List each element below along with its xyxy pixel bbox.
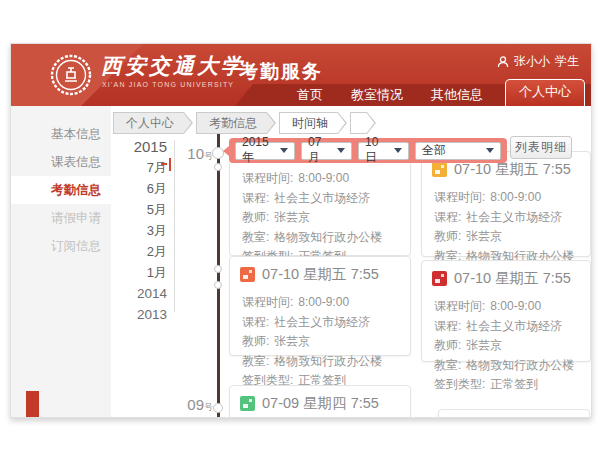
- nav-other-info[interactable]: 其他信息: [417, 84, 497, 106]
- axis-month-6[interactable]: 6月: [115, 178, 167, 199]
- attendance-card: 课程时间:8:00-9:00 课程:社会主义市场经济 教师:张芸京 教室:格物致…: [229, 161, 411, 256]
- header: 西安交通大学 XI'AN JIAO TONG UNIVERSITY 考勤服务 张…: [11, 44, 591, 106]
- month-filter-dropdown[interactable]: 07月: [301, 142, 352, 160]
- nav-classrooms[interactable]: 教室情况: [337, 84, 417, 106]
- breadcrumb-personal-center[interactable]: 个人中心: [113, 112, 193, 134]
- axis-year-2015[interactable]: 2015: [115, 136, 167, 157]
- chevron-down-icon: [337, 148, 345, 153]
- axis-month-1[interactable]: 1月: [115, 262, 167, 283]
- calendar-icon: [240, 267, 255, 282]
- sidebar-item-leave-request[interactable]: 请假申请: [11, 204, 111, 232]
- user-account[interactable]: 张小小 学生: [497, 53, 579, 70]
- breadcrumb: 个人中心 考勤信息 时间轴: [113, 112, 379, 134]
- sidebar-item-schedule-info[interactable]: 课表信息: [11, 148, 111, 176]
- nav-home[interactable]: 首页: [283, 84, 337, 106]
- type-filter-dropdown[interactable]: 全部: [415, 142, 501, 160]
- timeline-node: [213, 403, 223, 413]
- user-name: 张小小: [514, 53, 550, 70]
- chevron-down-icon: [394, 148, 402, 153]
- sidebar-item-basic-info[interactable]: 基本信息: [11, 120, 111, 148]
- user-role: 学生: [555, 53, 579, 70]
- timeline-line: [217, 134, 220, 417]
- axis-divider: [174, 140, 175, 312]
- calendar-icon: [432, 271, 447, 286]
- axis-month-7[interactable]: 7月: [115, 157, 167, 178]
- attendance-card-partial: [438, 409, 590, 418]
- sidebar-item-subscription-info[interactable]: 订阅信息: [11, 232, 111, 260]
- attendance-card: 07-10 星期五 7:55 课程时间:8:00-9:00 课程:社会主义市场经…: [421, 151, 591, 257]
- app-window: 西安交通大学 XI'AN JIAO TONG UNIVERSITY 考勤服务 张…: [10, 43, 592, 418]
- day-marker-10[interactable]: 10号: [175, 145, 213, 163]
- breadcrumb-tail: [350, 112, 376, 134]
- calendar-icon: [432, 162, 447, 177]
- attendance-card: 07-10 星期五 7:55 课程时间:8:00-9:00 课程:社会主义市场经…: [229, 256, 411, 356]
- university-logo-icon[interactable]: [49, 53, 93, 97]
- red-ribbon-decoration: [26, 391, 39, 417]
- filter-bar: 2015年 07月 10日 全部: [229, 138, 507, 163]
- timeline-node: [214, 281, 222, 289]
- current-month-tick: [161, 158, 171, 171]
- time-axis: 2015 7月 6月 5月 3月 2月 1月 2014 2013: [115, 136, 167, 325]
- axis-month-5[interactable]: 5月: [115, 199, 167, 220]
- axis-year-2014[interactable]: 2014: [115, 283, 167, 304]
- day-marker-09[interactable]: 09号: [175, 396, 213, 414]
- attendance-card: 07-09 星期四 7:55: [229, 385, 411, 418]
- axis-month-3[interactable]: 3月: [115, 220, 167, 241]
- day-filter-dropdown[interactable]: 10日: [358, 142, 409, 160]
- main-nav: 首页 教室情况 其他信息 个人中心: [283, 79, 587, 106]
- chevron-down-icon: [486, 148, 494, 153]
- sidebar: 基本信息 课表信息 考勤信息 请假申请 订阅信息: [11, 106, 111, 417]
- chevron-down-icon: [280, 148, 288, 153]
- timeline-node: [214, 163, 222, 171]
- breadcrumb-timeline[interactable]: 时间轴: [279, 112, 347, 134]
- university-name-zh: 西安交通大学: [101, 52, 245, 80]
- sidebar-item-attendance-info[interactable]: 考勤信息: [11, 176, 111, 204]
- calendar-icon: [240, 396, 255, 411]
- axis-year-2013[interactable]: 2013: [115, 304, 167, 325]
- timeline-node: [214, 265, 222, 273]
- axis-month-2[interactable]: 2月: [115, 241, 167, 262]
- user-icon: [497, 56, 509, 68]
- university-name-en: XI'AN JIAO TONG UNIVERSITY: [102, 81, 234, 88]
- breadcrumb-attendance-info[interactable]: 考勤信息: [196, 112, 276, 134]
- list-detail-button[interactable]: 列表明细: [510, 136, 572, 159]
- page: 西安交通大学 XI'AN JIAO TONG UNIVERSITY 考勤服务 张…: [0, 0, 600, 450]
- year-filter-dropdown[interactable]: 2015年: [235, 142, 295, 160]
- nav-personal-center-active[interactable]: 个人中心: [505, 79, 585, 106]
- attendance-card: 07-10 星期五 7:55 课程时间:8:00-9:00 课程:社会主义市场经…: [421, 260, 591, 362]
